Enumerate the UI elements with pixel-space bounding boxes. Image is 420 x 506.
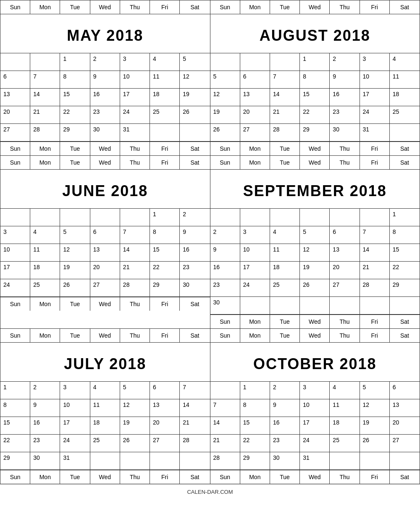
days-grid: 1234567891011121314151617181920212223242… — [210, 382, 420, 470]
day-cell: 17 — [360, 89, 390, 106]
bottom-day-header: Wed — [90, 470, 120, 484]
day-cell: 11 — [330, 399, 360, 417]
day-header: Fri — [150, 156, 180, 169]
bottom-day-header: Thu — [120, 470, 150, 484]
day-cell: 23 — [330, 106, 360, 124]
day-cell: 6 — [390, 382, 420, 399]
day-cell: 24 — [60, 435, 90, 452]
day-cell — [210, 382, 240, 399]
day-header: Sun — [210, 0, 240, 14]
day-cell: 2 — [270, 382, 300, 399]
day-cell: 6 — [150, 382, 180, 399]
month-block: SunMonTueWedThuFriSatMAY 201812345678910… — [0, 0, 210, 156]
day-cell — [180, 124, 210, 142]
day-cell: 25 — [330, 435, 360, 452]
day-cell: 9 — [180, 226, 210, 244]
month-title: SEPTEMBER 2018 — [210, 182, 420, 200]
day-cell — [150, 124, 180, 142]
day-cell: 7 — [210, 399, 240, 417]
day-cell: 19 — [210, 106, 240, 124]
day-cell: 8 — [300, 71, 330, 89]
page: SunMonTueWedThuFriSatMAY 201812345678910… — [0, 0, 420, 499]
day-cell: 16 — [210, 262, 240, 279]
footer-text: CALEN-DAR.COM — [0, 484, 420, 499]
day-cell: 21 — [180, 417, 210, 435]
day-cell: 4 — [30, 226, 60, 244]
day-cell: 8 — [0, 399, 30, 417]
day-cell: 6 — [240, 71, 270, 89]
day-cell: 29 — [60, 124, 90, 142]
day-cell: 23 — [210, 279, 240, 297]
day-header: Sun — [0, 0, 30, 14]
day-cell: 25 — [390, 106, 420, 124]
day-cell: 10 — [0, 244, 30, 262]
day-cell: 18 — [330, 417, 360, 435]
day-header: Sun — [210, 329, 240, 342]
day-header: Thu — [120, 156, 150, 169]
bottom-day-header: Sun — [0, 297, 30, 311]
bottom-day-header: Wed — [90, 297, 120, 311]
day-cell: 13 — [150, 399, 180, 417]
bottom-day-header: Mon — [240, 142, 270, 155]
day-cell: 29 — [0, 452, 30, 470]
day-cell: 20 — [330, 262, 360, 279]
days-grid: 1234567891011121314151617181920212223242… — [0, 53, 210, 142]
day-cell: 1 — [150, 209, 180, 226]
bottom-day-header: Sun — [0, 470, 30, 484]
day-cell: 2 — [30, 382, 60, 399]
day-cell: 7 — [360, 226, 390, 244]
bottom-day-header: Fri — [150, 470, 180, 484]
day-cell: 22 — [300, 106, 330, 124]
day-header: Sun — [0, 156, 30, 169]
day-cell: 25 — [30, 279, 60, 297]
day-header: Sat — [180, 0, 210, 14]
bottom-day-header: Mon — [30, 297, 60, 311]
day-cell: 4 — [90, 382, 120, 399]
days-grid: 1234567891011121314151617181920212223242… — [210, 209, 420, 315]
day-cell: 19 — [120, 417, 150, 435]
day-cell: 24 — [240, 279, 270, 297]
day-cell: 7 — [30, 71, 60, 89]
day-cell: 18 — [390, 89, 420, 106]
day-cell — [240, 209, 270, 226]
day-cell: 29 — [150, 279, 180, 297]
day-cell — [390, 124, 420, 142]
bottom-day-header: Tue — [270, 470, 300, 484]
day-cell: 2 — [330, 53, 360, 71]
day-cell: 28 — [360, 279, 390, 297]
day-cell — [30, 209, 60, 226]
day-cell — [180, 452, 210, 470]
bottom-day-header: Tue — [270, 315, 300, 328]
day-header: Wed — [90, 0, 120, 14]
day-cell — [390, 297, 420, 315]
day-header: Sat — [180, 329, 210, 342]
day-cell: 12 — [300, 244, 330, 262]
day-cell: 1 — [60, 53, 90, 71]
day-cell: 13 — [390, 399, 420, 417]
day-cell: 4 — [270, 226, 300, 244]
bottom-day-header: Sat — [390, 470, 420, 484]
bottom-day-header: Fri — [360, 142, 390, 155]
day-cell: 21 — [120, 262, 150, 279]
day-cell: 30 — [210, 297, 240, 315]
day-cell: 15 — [150, 244, 180, 262]
day-cell — [360, 209, 390, 226]
day-cell — [150, 452, 180, 470]
day-cell: 7 — [180, 382, 210, 399]
day-cell: 25 — [270, 279, 300, 297]
bottom-day-header: Tue — [60, 470, 90, 484]
day-cell: 10 — [300, 399, 330, 417]
days-grid: 1234567891011121314151617181920212223242… — [210, 53, 420, 142]
bottom-day-header: Thu — [330, 315, 360, 328]
day-cell: 31 — [300, 452, 330, 470]
day-cell: 21 — [270, 106, 300, 124]
day-cell: 20 — [240, 106, 270, 124]
day-cell: 26 — [210, 124, 240, 142]
day-header: Sat — [180, 156, 210, 169]
day-cell — [360, 452, 390, 470]
month-block: SunMonTueWedThuFriSatJUNE 20181234567891… — [0, 156, 210, 329]
day-cell — [90, 452, 120, 470]
day-header: Tue — [60, 0, 90, 14]
bottom-day-header: Sat — [180, 297, 210, 311]
day-cell: 14 — [210, 417, 240, 435]
